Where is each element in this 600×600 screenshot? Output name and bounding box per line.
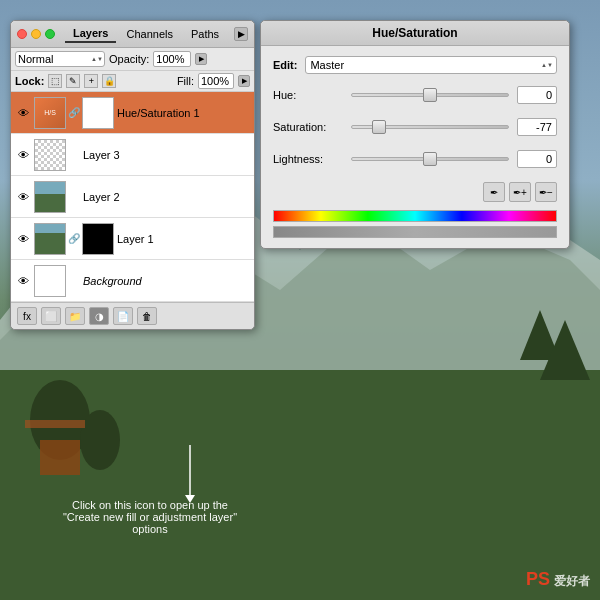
opacity-input[interactable] — [153, 51, 191, 67]
adjustment-layer-button[interactable]: ◑ — [89, 307, 109, 325]
layer-thumb-1 — [34, 223, 66, 255]
saturation-slider-thumb[interactable] — [372, 120, 386, 134]
lightness-value-input[interactable] — [517, 150, 557, 168]
layer-name-bg: Background — [83, 275, 250, 287]
saturation-slider-container — [351, 118, 509, 136]
hue-label: Hue: — [273, 89, 343, 101]
lock-move-btn[interactable]: ✎ — [66, 74, 80, 88]
blend-opacity-row: Normal Opacity: ▶ — [11, 48, 254, 71]
lock-pixels-btn[interactable]: ⬚ — [48, 74, 62, 88]
lock-row: Lock: ⬚ ✎ + 🔒 Fill: ▶ — [11, 71, 254, 92]
add-mask-button[interactable]: ⬜ — [41, 307, 61, 325]
layer-item-huesat[interactable]: 👁 H/S 🔗 Hue/Saturation 1 — [11, 92, 254, 134]
tab-channels[interactable]: Channels — [118, 25, 180, 43]
hue-saturation-panel: Hue/Saturation Edit: Master Reds Yellows… — [260, 20, 570, 249]
new-layer-button[interactable]: 📄 — [113, 307, 133, 325]
lock-all-btn[interactable]: 🔒 — [102, 74, 116, 88]
traffic-lights — [17, 29, 55, 39]
visibility-icon-huesat[interactable]: 👁 — [15, 105, 31, 121]
layer-name-1: Layer 1 — [117, 233, 250, 245]
saturation-label: Saturation: — [273, 121, 343, 133]
hue-value-input[interactable] — [517, 86, 557, 104]
layer-item-2[interactable]: 👁 Layer 2 — [11, 176, 254, 218]
svg-rect-5 — [40, 440, 80, 475]
layer-name-2: Layer 2 — [83, 191, 250, 203]
annotation-arrow — [175, 445, 205, 505]
lightness-slider-thumb[interactable] — [423, 152, 437, 166]
layer-item-1[interactable]: 👁 🔗 Layer 1 — [11, 218, 254, 260]
visibility-icon-3[interactable]: 👁 — [15, 147, 31, 163]
hue-panel-title: Hue/Saturation — [261, 21, 569, 46]
panel-tabs: Layers Channels Paths — [65, 25, 227, 43]
hue-slider-container — [351, 86, 509, 104]
layer-name-3: Layer 3 — [83, 149, 250, 161]
panel-titlebar: Layers Channels Paths ▶ — [11, 21, 254, 48]
rainbow-bar — [273, 210, 557, 222]
color-bars — [273, 210, 557, 238]
saturation-value-input[interactable] — [517, 118, 557, 136]
eyedropper-minus-btn[interactable]: ✒− — [535, 182, 557, 202]
blend-mode-select-wrap: Normal — [15, 51, 105, 67]
fx-button[interactable]: fx — [17, 307, 37, 325]
watermark-text: 爱好者 — [554, 574, 590, 588]
fill-label: Fill: — [177, 75, 194, 87]
watermark: PS 爱好者 — [526, 569, 590, 590]
eyedropper-row: ✒ ✒+ ✒− — [273, 182, 557, 202]
visibility-icon-bg[interactable]: 👁 — [15, 273, 31, 289]
eyedropper-plus-btn[interactable]: ✒+ — [509, 182, 531, 202]
lightness-slider-container — [351, 150, 509, 168]
hue-row: Hue: — [273, 86, 557, 104]
layer-mask-1[interactable] — [82, 223, 114, 255]
layer-mask-huesat[interactable] — [82, 97, 114, 129]
lightness-row: Lightness: — [273, 150, 557, 168]
lock-label: Lock: — [15, 75, 44, 87]
saturation-row: Saturation: — [273, 118, 557, 136]
svg-rect-2 — [0, 370, 600, 600]
blend-mode-select[interactable]: Normal — [15, 51, 105, 67]
opacity-label: Opacity: — [109, 53, 149, 65]
edit-select[interactable]: Master Reds Yellows Greens Cyans Blues M… — [305, 56, 557, 74]
svg-rect-6 — [25, 420, 85, 428]
hue-panel-body: Edit: Master Reds Yellows Greens Cyans B… — [261, 46, 569, 248]
watermark-ps: PS — [526, 569, 550, 589]
gray-bar — [273, 226, 557, 238]
lightness-label: Lightness: — [273, 153, 343, 165]
maximize-button[interactable] — [45, 29, 55, 39]
svg-point-4 — [80, 410, 120, 470]
edit-select-wrap: Master Reds Yellows Greens Cyans Blues M… — [305, 56, 557, 74]
opacity-stepper[interactable]: ▶ — [195, 53, 207, 65]
tab-layers[interactable]: Layers — [65, 25, 116, 43]
layer-thumb-bg — [34, 265, 66, 297]
edit-row: Edit: Master Reds Yellows Greens Cyans B… — [273, 56, 557, 74]
hue-slider-thumb[interactable] — [423, 88, 437, 102]
layer-thumb-huesat: H/S — [34, 97, 66, 129]
panel-toolbar: fx ⬜ 📁 ◑ 📄 🗑 — [11, 302, 254, 329]
layers-list: 👁 H/S 🔗 Hue/Saturation 1 👁 Layer 3 👁 Lay… — [11, 92, 254, 302]
layer-item-background[interactable]: 👁 Background — [11, 260, 254, 302]
layer-thumb-2 — [34, 181, 66, 213]
visibility-icon-2[interactable]: 👁 — [15, 189, 31, 205]
layer-name-huesat: Hue/Saturation 1 — [117, 107, 250, 119]
layers-panel: Layers Channels Paths ▶ Normal Opacity: … — [10, 20, 255, 330]
fill-input[interactable] — [198, 73, 234, 89]
eyedropper-tool-btn[interactable]: ✒ — [483, 182, 505, 202]
close-button[interactable] — [17, 29, 27, 39]
tab-paths[interactable]: Paths — [183, 25, 227, 43]
group-button[interactable]: 📁 — [65, 307, 85, 325]
delete-layer-button[interactable]: 🗑 — [137, 307, 157, 325]
edit-label: Edit: — [273, 59, 297, 71]
annotation-text: Click on this icon to open up the "Creat… — [60, 499, 240, 535]
layer-thumb-3 — [34, 139, 66, 171]
visibility-icon-1[interactable]: 👁 — [15, 231, 31, 247]
panel-menu-arrow[interactable]: ▶ — [234, 27, 248, 41]
minimize-button[interactable] — [31, 29, 41, 39]
link-icon-1: 🔗 — [69, 233, 79, 244]
link-icon-huesat: 🔗 — [69, 107, 79, 118]
fill-stepper[interactable]: ▶ — [238, 75, 250, 87]
layer-item-3[interactable]: 👁 Layer 3 — [11, 134, 254, 176]
lock-position-btn[interactable]: + — [84, 74, 98, 88]
